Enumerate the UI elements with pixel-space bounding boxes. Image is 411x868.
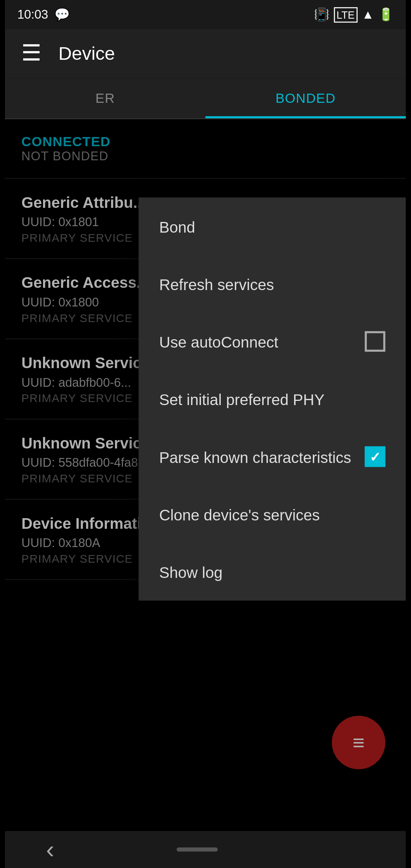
- signal-icon: ▲: [362, 7, 374, 22]
- menu-item-parse-characteristics-label: Parse known characteristics: [159, 448, 351, 465]
- menu-item-autoconnect-label: Use autoConnect: [159, 333, 278, 350]
- tabs-bar: ER BONDED: [5, 78, 406, 119]
- menu-item-preferred-phy[interactable]: Set initial preferred PHY: [139, 370, 406, 428]
- lte-icon: LTE: [333, 7, 358, 22]
- status-left: 10:03 💬: [18, 7, 70, 22]
- tab-er[interactable]: ER: [5, 78, 206, 118]
- menu-item-autoconnect[interactable]: Use autoConnect: [139, 313, 406, 370]
- tab-er-label: ER: [96, 91, 115, 106]
- menu-item-show-log[interactable]: Show log: [139, 543, 406, 600]
- menu-item-show-log-label: Show log: [159, 563, 223, 581]
- menu-item-bond[interactable]: Bond: [139, 198, 406, 255]
- tab-bonded-label: BONDED: [276, 91, 336, 106]
- time-display: 10:03: [18, 7, 48, 22]
- main-content: CONNECTED NOT BONDED Generic Attribu... …: [5, 119, 406, 831]
- menu-item-clone-services[interactable]: Clone device's services: [139, 485, 406, 543]
- home-indicator: [177, 847, 218, 852]
- app-bar: ☰ Device: [5, 29, 406, 78]
- dropdown-menu: Bond Refresh services Use autoConnect Se…: [139, 198, 406, 601]
- tab-bonded[interactable]: BONDED: [206, 78, 406, 118]
- battery-icon: 🔋: [378, 7, 394, 22]
- nav-bar: ‹: [5, 831, 406, 868]
- status-right: 📳 LTE ▲ 🔋: [314, 7, 393, 22]
- back-button[interactable]: ‹: [46, 835, 54, 864]
- menu-item-bond-label: Bond: [159, 217, 195, 235]
- status-bar: 10:03 💬 📳 LTE ▲ 🔋: [5, 0, 406, 29]
- autoconnect-checkbox[interactable]: [365, 331, 386, 352]
- parse-characteristics-checkbox[interactable]: [365, 446, 386, 467]
- menu-item-clone-services-label: Clone device's services: [159, 506, 320, 523]
- vibrate-icon: 📳: [314, 7, 330, 22]
- whatsapp-icon: 💬: [54, 7, 70, 22]
- menu-item-refresh-services-label: Refresh services: [159, 275, 274, 293]
- menu-item-preferred-phy-label: Set initial preferred PHY: [159, 390, 325, 408]
- hamburger-icon[interactable]: ☰: [21, 40, 42, 67]
- menu-item-refresh-services[interactable]: Refresh services: [139, 255, 406, 313]
- menu-item-parse-characteristics[interactable]: Parse known characteristics: [139, 428, 406, 485]
- app-bar-title: Device: [59, 43, 115, 64]
